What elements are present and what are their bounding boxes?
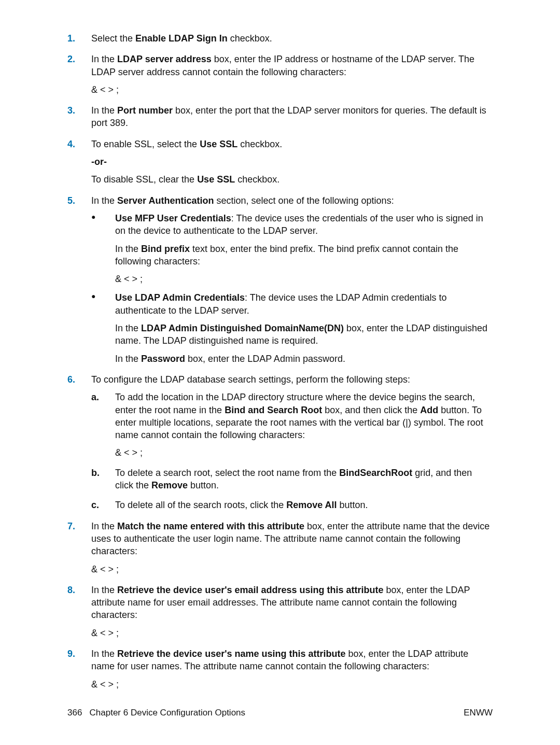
bullet-text: Use LDAP Admin Credentials: The device u… (115, 291, 493, 317)
alpha-marker: c. (91, 499, 99, 511)
step-text: Select the Enable LDAP Sign In checkbox. (91, 32, 493, 45)
step-1: 1. Select the Enable LDAP Sign In checkb… (67, 32, 493, 45)
step-3: 3. In the Port number box, enter the por… (67, 104, 493, 130)
alpha-marker: a. (91, 391, 99, 403)
char-list: & < > ; (91, 678, 493, 691)
alpha-marker: b. (91, 467, 100, 479)
bullet-list: Use MFP User Credentials: The device use… (91, 212, 493, 365)
step-number: 2. (67, 53, 75, 65)
chapter-title: Chapter 6 Device Configuration Options (90, 708, 246, 718)
char-list: & < > ; (115, 446, 493, 459)
step-text: In the Match the name entered with this … (91, 520, 493, 558)
step-text-alt: To disable SSL, clear the Use SSL checkb… (91, 173, 493, 186)
alpha-item-a: a. To add the location in the LDAP direc… (91, 391, 493, 459)
step-number: 9. (67, 648, 75, 660)
step-6: 6. To configure the LDAP database search… (67, 373, 493, 512)
step-number: 3. (67, 104, 75, 117)
char-list: & < > ; (91, 83, 493, 96)
page-number: 366 (67, 708, 82, 718)
bullet-inner-2: In the Password box, enter the LDAP Admi… (115, 353, 493, 365)
ordered-steps: 1. Select the Enable LDAP Sign In checkb… (67, 32, 493, 691)
step-number: 8. (67, 584, 75, 596)
bullet-inner: In the Bind prefix text box, enter the b… (115, 243, 493, 268)
step-text: In the Retrieve the device user's name u… (91, 648, 493, 673)
alpha-item-b: b. To delete a search root, select the r… (91, 467, 493, 492)
step-text: To enable SSL, select the Use SSL checkb… (91, 138, 493, 150)
bullet-item: Use LDAP Admin Credentials: The device u… (91, 291, 493, 364)
page-container: 1. Select the Enable LDAP Sign In checkb… (0, 0, 560, 745)
char-list: & < > ; (91, 563, 493, 575)
footer-right: ENWW (464, 707, 493, 719)
alpha-text: To add the location in the LDAP director… (115, 391, 493, 441)
step-8: 8. In the Retrieve the device user's ema… (67, 584, 493, 639)
page-footer: 366 Chapter 6 Device Configuration Optio… (67, 707, 493, 719)
bullet-inner: In the LDAP Admin Distinguished DomainNa… (115, 322, 493, 347)
step-text: In the Port number box, enter the port t… (91, 104, 493, 130)
step-5: 5. In the Server Authentication section,… (67, 194, 493, 365)
step-4: 4. To enable SSL, select the Use SSL che… (67, 138, 493, 186)
char-list: & < > ; (91, 627, 493, 639)
step-2: 2. In the LDAP server address box, enter… (67, 53, 493, 96)
step-number: 4. (67, 138, 75, 150)
step-text: In the Server Authentication section, se… (91, 194, 493, 207)
step-number: 7. (67, 520, 75, 532)
alpha-item-c: c. To delete all of the search roots, cl… (91, 499, 493, 511)
char-list: & < > ; (115, 273, 493, 285)
footer-left: 366 Chapter 6 Device Configuration Optio… (67, 707, 245, 719)
step-9: 9. In the Retrieve the device user's nam… (67, 648, 493, 691)
step-number: 5. (67, 194, 75, 207)
bullet-item: Use MFP User Credentials: The device use… (91, 212, 493, 285)
step-7: 7. In the Match the name entered with th… (67, 520, 493, 575)
step-number: 6. (67, 373, 75, 386)
step-number: 1. (67, 32, 75, 45)
step-text: To configure the LDAP database search se… (91, 373, 493, 386)
alpha-list: a. To add the location in the LDAP direc… (91, 391, 493, 511)
or-separator: -or- (91, 156, 493, 168)
alpha-text: To delete all of the search roots, click… (115, 499, 493, 511)
step-text: In the Retrieve the device user's email … (91, 584, 493, 622)
bullet-text: Use MFP User Credentials: The device use… (115, 212, 493, 237)
step-text: In the LDAP server address box, enter th… (91, 53, 493, 78)
alpha-text: To delete a search root, select the root… (115, 467, 493, 492)
